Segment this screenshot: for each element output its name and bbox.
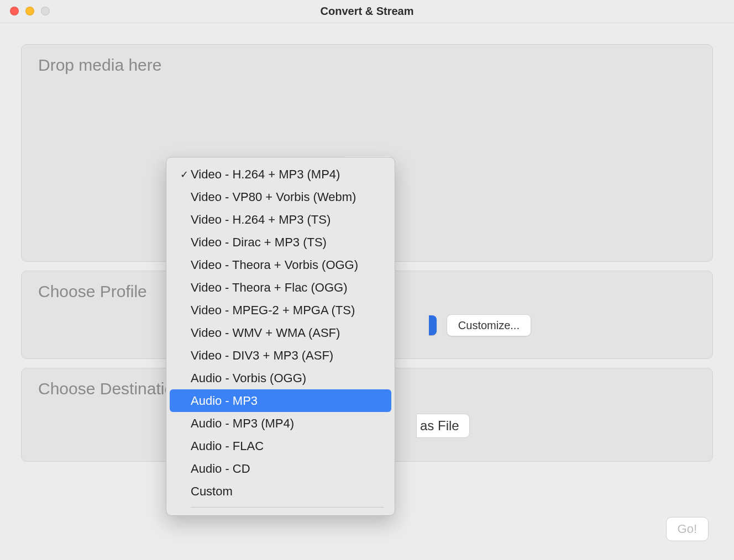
profile-select[interactable] [429,315,437,335]
profile-option[interactable]: Custom [170,480,391,503]
profile-option-label: Video - H.264 + MP3 (MP4) [191,167,384,182]
profile-options-menu[interactable]: ✓Video - H.264 + MP3 (MP4)Video - VP80 +… [166,157,395,516]
profile-option[interactable]: Video - H.264 + MP3 (TS) [170,208,391,231]
window-title: Convert & Stream [0,5,734,18]
customize-button[interactable]: Customize... [447,314,531,336]
profile-option-label: Audio - MP3 [191,394,384,408]
profile-option[interactable]: Audio - FLAC [170,435,391,457]
profile-option-label: Audio - Vorbis (OGG) [191,371,384,385]
profile-option-label: Audio - FLAC [191,439,384,453]
profile-option-label: Audio - MP3 (MP4) [191,416,384,431]
profile-option[interactable]: Video - DIV3 + MP3 (ASF) [170,344,391,367]
profile-option[interactable]: Audio - MP3 [170,389,391,412]
profile-option[interactable]: Video - VP80 + Vorbis (Webm) [170,186,391,208]
profile-option[interactable]: Video - WMV + WMA (ASF) [170,321,391,344]
checkmark-icon: ✓ [177,168,191,181]
go-button[interactable]: Go! [666,517,709,541]
profile-option-label: Video - Theora + Vorbis (OGG) [191,258,384,272]
profile-option-label: Video - WMV + WMA (ASF) [191,326,384,340]
profile-option-label: Video - VP80 + Vorbis (Webm) [191,190,384,204]
profile-option[interactable]: Video - Dirac + MP3 (TS) [170,231,391,253]
profile-option-label: Video - Dirac + MP3 (TS) [191,235,384,250]
profile-option[interactable]: Audio - Vorbis (OGG) [170,367,391,389]
profile-option[interactable]: Audio - CD [170,457,391,480]
save-as-file-button[interactable]: as File [416,414,470,438]
profile-option-label: Audio - CD [191,462,384,476]
profile-option[interactable]: Video - MPEG-2 + MPGA (TS) [170,299,391,321]
drop-media-title: Drop media here [22,45,712,75]
profile-option-label: Video - DIV3 + MP3 (ASF) [191,348,384,363]
profile-option[interactable]: Audio - MP3 (MP4) [170,412,391,435]
titlebar: Convert & Stream [0,0,734,23]
profile-option[interactable]: Video - Theora + Vorbis (OGG) [170,253,391,276]
profile-option-label: Video - H.264 + MP3 (TS) [191,213,384,227]
profile-option-label: Video - Theora + Flac (OGG) [191,281,384,295]
profile-option-label: Video - MPEG-2 + MPGA (TS) [191,303,384,318]
profile-option[interactable]: ✓Video - H.264 + MP3 (MP4) [170,163,391,186]
profile-option-label: Custom [191,484,384,499]
menu-separator [191,507,384,508]
profile-option[interactable]: Video - Theora + Flac (OGG) [170,276,391,299]
